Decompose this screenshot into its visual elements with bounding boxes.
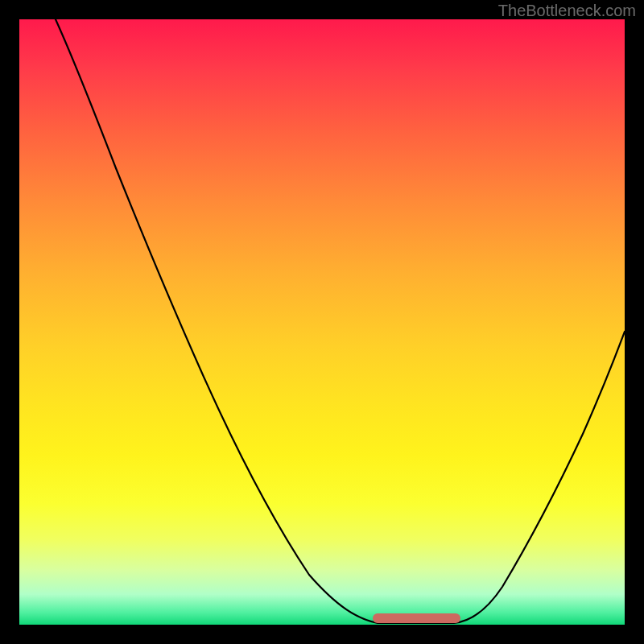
curve-path [56, 19, 625, 623]
chart-frame: TheBottleneck.com [0, 0, 644, 644]
bottleneck-curve [19, 19, 625, 625]
plot-area [19, 19, 625, 625]
watermark-text: TheBottleneck.com [498, 2, 636, 20]
